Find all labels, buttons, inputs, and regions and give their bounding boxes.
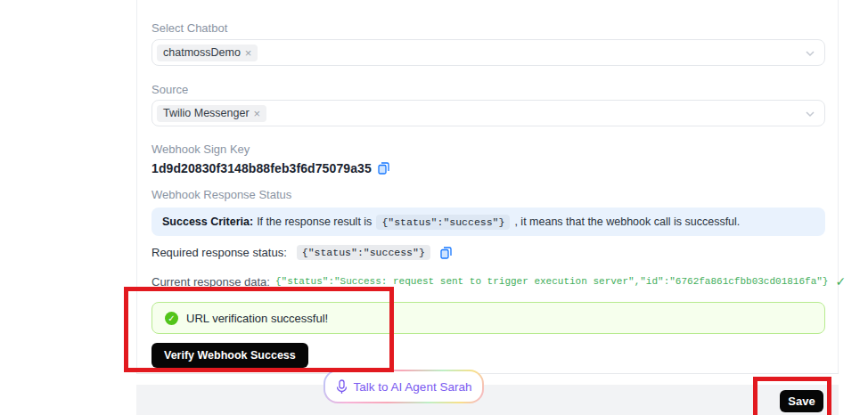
talk-to-agent-button[interactable]: Talk to AI Agent Sarah bbox=[323, 370, 484, 403]
current-response-row: Current response data: {"status":"Succes… bbox=[151, 274, 846, 289]
source-tag-label: Twilio Messenger bbox=[163, 108, 250, 119]
chatbot-tag-remove-icon[interactable]: × bbox=[245, 47, 252, 59]
success-criteria-text-post: , it means that the webhook call is succ… bbox=[514, 216, 740, 228]
footer-bar bbox=[136, 385, 839, 415]
webhook-settings-page: Select Chatbot chatmossDemo × Source Twi… bbox=[0, 0, 868, 415]
copy-icon[interactable] bbox=[440, 247, 452, 259]
talk-to-agent-label: Talk to AI Agent Sarah bbox=[354, 380, 472, 394]
check-circle-icon: ✓ bbox=[165, 312, 178, 325]
success-check-icon: ✓ bbox=[835, 274, 846, 289]
current-response-label: Current response data: bbox=[151, 275, 270, 289]
footer-divider bbox=[136, 373, 839, 374]
select-chatbot-label: Select Chatbot bbox=[151, 21, 227, 35]
webhook-sign-key-row: 1d9d20830f3148b88feb3f6d75079a35 bbox=[151, 161, 389, 175]
required-response-label: Required response status: bbox=[151, 246, 287, 259]
current-response-value: {"status":"Success: request sent to trig… bbox=[275, 276, 829, 287]
success-criteria-title: Success Criteria: bbox=[162, 216, 253, 228]
source-label: Source bbox=[151, 83, 188, 96]
success-criteria-note: Success Criteria: If the response result… bbox=[151, 208, 825, 236]
microphone-icon bbox=[336, 379, 348, 395]
required-response-row: Required response status: {"status":"suc… bbox=[151, 245, 452, 260]
chatbot-tag-label: chatmossDemo bbox=[163, 47, 241, 59]
chevron-down-icon bbox=[805, 109, 815, 119]
chevron-down-icon bbox=[805, 48, 815, 59]
url-verification-alert-text: URL verification successful! bbox=[186, 312, 328, 325]
success-criteria-text-pre: If the response result is bbox=[257, 216, 372, 228]
webhook-sign-key-label: Webhook Sign Key bbox=[151, 142, 250, 156]
webhook-sign-key-value: 1d9d20830f3148b88feb3f6d75079a35 bbox=[151, 161, 372, 175]
url-verification-alert: ✓ URL verification successful! bbox=[151, 302, 825, 334]
form-panel: Select Chatbot chatmossDemo × Source Twi… bbox=[136, 0, 839, 374]
success-criteria-code: {"status":"success"} bbox=[376, 215, 510, 230]
chatbot-select[interactable]: chatmossDemo × bbox=[151, 39, 825, 66]
source-tag: Twilio Messenger × bbox=[157, 105, 266, 122]
save-button[interactable]: Save bbox=[780, 390, 823, 412]
required-response-code: {"status":"success"} bbox=[297, 245, 430, 260]
webhook-response-status-label: Webhook Response Status bbox=[151, 188, 291, 201]
chatbot-tag: chatmossDemo × bbox=[157, 45, 258, 61]
source-tag-remove-icon[interactable]: × bbox=[254, 108, 261, 119]
verify-webhook-button[interactable]: Verify Webhook Success bbox=[151, 343, 308, 368]
copy-icon[interactable] bbox=[378, 162, 389, 175]
source-select[interactable]: Twilio Messenger × bbox=[151, 100, 825, 126]
